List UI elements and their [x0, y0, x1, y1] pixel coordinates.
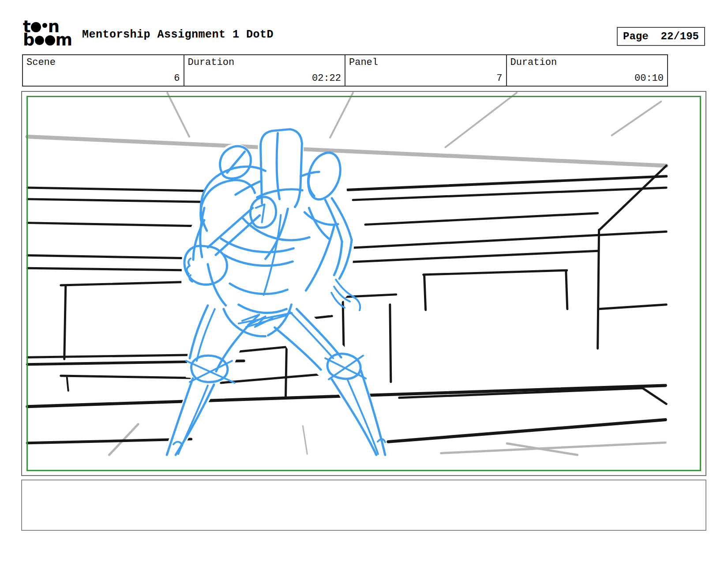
scene-value: 6 [174, 73, 180, 84]
logo-dot-icon [45, 35, 55, 45]
panel-duration-label: Duration [510, 57, 557, 68]
page-number: 22/195 [661, 30, 699, 42]
panel-value: 7 [496, 73, 502, 84]
toonboom-logo-row2: bm [23, 34, 80, 47]
logo-dot-icon [35, 36, 44, 45]
storyboard-panel [21, 91, 706, 476]
panel-duration-cell: Duration 00:10 [507, 55, 668, 86]
logo-letter: m [56, 34, 72, 47]
storyboard-sketch [22, 92, 705, 475]
caption-box [21, 480, 706, 531]
panel-info-row: Scene 6 Duration 02:22 Panel 7 Duration … [22, 54, 668, 87]
page-label: Page [623, 30, 649, 42]
scene-cell: Scene 6 [23, 55, 184, 86]
page-number-box: Page 22/195 [617, 27, 705, 46]
panel-cell: Panel 7 [345, 55, 507, 86]
scene-duration-label: Duration [188, 57, 235, 68]
logo-letter: b [23, 34, 34, 47]
scene-duration-value: 02:22 [312, 73, 341, 84]
scene-duration-cell: Duration 02:22 [184, 55, 346, 86]
panel-duration-value: 00:10 [634, 73, 664, 84]
document-title: Mentorship Assignment 1 DotD [82, 28, 274, 41]
toonboom-logo: tn bm [23, 20, 80, 47]
logo-dot-icon [42, 23, 47, 28]
scene-label: Scene [26, 57, 56, 68]
panel-label: Panel [349, 57, 378, 68]
